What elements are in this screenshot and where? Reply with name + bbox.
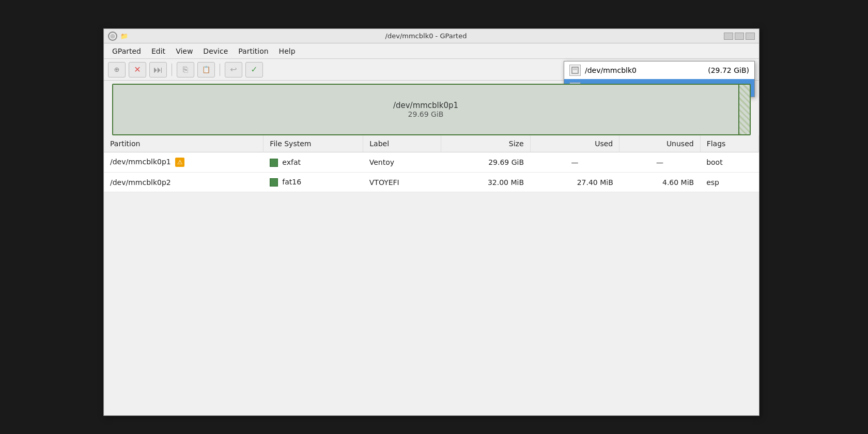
filesystem-cell-2: fat16	[264, 173, 363, 192]
toolbar-sep-2	[220, 64, 220, 76]
unused-cell-1: —	[619, 152, 700, 173]
title-bar-folder-icon: 📁	[120, 33, 128, 40]
menubar: GParted Edit View Device Partition Help	[104, 43, 759, 59]
partition-table: Partition File System Label Size Used Un…	[104, 135, 759, 192]
menu-view[interactable]: View	[172, 45, 197, 57]
cancel-button[interactable]: ✕	[129, 62, 146, 78]
partition-name-1: /dev/mmcblk0p1 ⚠	[104, 152, 264, 173]
fs-color-box-2	[270, 178, 278, 187]
svg-rect-1	[573, 68, 577, 70]
disk-partition-name: /dev/mmcblk0p1	[393, 101, 458, 110]
main-window: ◎ 📁 /dev/mmcblk0 - GParted GParted Edit …	[103, 28, 760, 416]
warning-icon-1: ⚠	[175, 158, 184, 167]
disk-visual-container: /dev/mmcblk0p1 29.69 GiB	[104, 81, 759, 135]
title-bar: ◎ 📁 /dev/mmcblk0 - GParted	[104, 29, 759, 43]
col-header-unused: Unused	[619, 135, 700, 152]
table-header-row: Partition File System Label Size Used Un…	[104, 135, 759, 152]
unused-cell-2: 4.60 MiB	[619, 173, 700, 192]
table-row[interactable]: /dev/mmcblk0p1 ⚠ exfat Ventoy 29.69 GiB …	[104, 152, 759, 173]
device-item-mmcblk0[interactable]: /dev/mmcblk0 (29.72 GiB)	[564, 61, 754, 79]
menu-partition[interactable]: Partition	[234, 45, 272, 57]
label-cell-2: VTOYEFI	[363, 173, 441, 192]
title-bar-left: ◎ 📁	[108, 32, 128, 41]
window-title: /dev/mmcblk0 - GParted	[128, 32, 724, 40]
size-cell-1: 29.69 GiB	[441, 152, 530, 173]
flags-cell-1: boot	[700, 152, 758, 173]
window-controls	[724, 33, 755, 40]
col-header-size: Size	[441, 135, 530, 152]
size-cell-2: 32.00 MiB	[441, 173, 530, 192]
partition-table-container: Partition File System Label Size Used Un…	[104, 135, 759, 192]
wm-btn-close[interactable]	[746, 33, 755, 40]
device-icon-mmcblk0	[569, 65, 581, 76]
used-cell-2: 27.40 MiB	[530, 173, 619, 192]
col-header-used: Used	[530, 135, 619, 152]
col-header-label: Label	[363, 135, 441, 152]
disk-stripe	[739, 85, 750, 134]
col-header-partition: Partition	[104, 135, 264, 152]
apply-all-button[interactable]: ⏭	[149, 62, 167, 78]
wm-btn-max[interactable]	[735, 33, 744, 40]
device-name-mmcblk0: /dev/mmcblk0	[585, 66, 704, 74]
table-header: Partition File System Label Size Used Un…	[104, 135, 759, 152]
filesystem-cell-1: exfat	[264, 152, 363, 173]
undo-button[interactable]: ↩	[225, 62, 242, 78]
menu-gparted[interactable]: GParted	[108, 45, 145, 57]
disk-partition-size: 29.69 GiB	[408, 110, 444, 118]
menu-device[interactable]: Device	[199, 45, 232, 57]
col-header-flags: Flags	[700, 135, 758, 152]
partition-name-2: /dev/mmcblk0p2	[104, 173, 264, 192]
table-row[interactable]: /dev/mmcblk0p2 fat16 VTOYEFI 32.00 MiB 2…	[104, 173, 759, 192]
app-icon: ◎	[108, 32, 117, 41]
menu-edit[interactable]: Edit	[147, 45, 169, 57]
paste-button[interactable]: 📋	[197, 62, 215, 78]
menu-help[interactable]: Help	[275, 45, 300, 57]
flags-cell-2: esp	[700, 173, 758, 192]
toolbar: ⊕ ✕ ⏭ ⎘ 📋 ↩ ✓ /dev/mmcblk0 (29.72 GiB) /…	[104, 59, 759, 81]
disk-visual: /dev/mmcblk0p1 29.69 GiB	[112, 84, 751, 135]
new-partition-button[interactable]: ⊕	[108, 62, 126, 78]
device-size-mmcblk0: (29.72 GiB)	[708, 66, 749, 74]
wm-btn-min[interactable]	[724, 33, 733, 40]
label-cell-1: Ventoy	[363, 152, 441, 173]
copy-button[interactable]: ⎘	[177, 62, 194, 78]
used-cell-1: —	[530, 152, 619, 173]
disk-partition-visual[interactable]: /dev/mmcblk0p1 29.69 GiB	[113, 85, 739, 134]
col-header-filesystem: File System	[264, 135, 363, 152]
toolbar-sep-1	[172, 64, 172, 76]
table-body: /dev/mmcblk0p1 ⚠ exfat Ventoy 29.69 GiB …	[104, 152, 759, 192]
apply-button[interactable]: ✓	[245, 62, 263, 78]
fs-color-box-1	[270, 159, 278, 167]
